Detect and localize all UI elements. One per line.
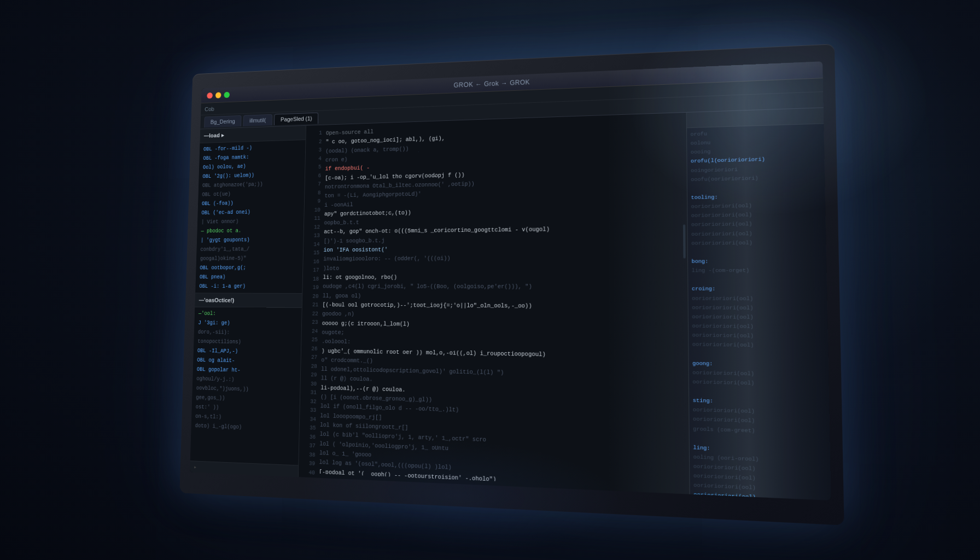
sidebar-section-title: —'oasOctice!) (199, 297, 235, 304)
list-item[interactable]: OBL ootbopor,g(; (196, 263, 302, 273)
rp-line: ooriorioriori(ool) (691, 229, 822, 239)
rp-line: ooriorioriori(ool) (692, 312, 824, 323)
line-number: 28 (303, 362, 317, 371)
line-number: 42 (300, 486, 314, 494)
list-item[interactable]: OBL pnea) (196, 273, 302, 282)
rp-line (692, 276, 823, 285)
tab-illmutil[interactable]: illmutil( (243, 114, 272, 126)
right-panel: orofu oolonu oooing orofu(l(oorioriorior… (686, 108, 831, 500)
list-item[interactable]: —'ool: (195, 309, 302, 319)
rp-line: ooriorioriori(ool) (693, 500, 827, 500)
line-number: 20 (305, 293, 319, 301)
rp-line (691, 247, 822, 257)
line-number: 25 (304, 336, 318, 345)
breadcrumb-cob[interactable]: Cob (205, 106, 214, 112)
line-number: 18 (305, 275, 319, 284)
monitor: GROK ← Grok → GROK Cob Bg_Dering illmuti… (179, 44, 844, 525)
line-number: 23 (304, 318, 318, 327)
line-number: 10 (306, 206, 320, 215)
minimize-button[interactable] (215, 92, 221, 98)
line-number: 1 (308, 129, 322, 138)
line-number: 39 (301, 459, 315, 469)
list-item[interactable]: googal)okine-5)" (196, 254, 303, 264)
line-number: 8 (307, 189, 321, 197)
line-number: 35 (301, 424, 316, 433)
line-number: 13 (306, 232, 320, 241)
code-line: )loto (323, 263, 683, 273)
code-line: li: ot googolnoo, rbo() (323, 272, 682, 282)
code-editor[interactable]: 1 2 3 4 5 6 7 8 9 10 11 12 13 (299, 113, 690, 494)
sidebar: —load ▸ OBL -for--mild -) OBL -foga namt… (190, 126, 306, 477)
line-number: 36 (301, 433, 316, 442)
list-item[interactable]: OBL -i: 1-a ger) (195, 282, 302, 291)
line-number: 26 (304, 345, 318, 353)
line-number: 32 (302, 397, 316, 406)
line-number: 41 (300, 477, 314, 487)
monitor-frame: GROK ← Grok → GROK Cob Bg_Dering illmuti… (179, 44, 844, 525)
line-number: 15 (305, 249, 319, 258)
rp-line: ooriorioriori(ool) (692, 303, 824, 313)
maximize-button[interactable] (224, 91, 230, 97)
line-number: 16 (305, 258, 319, 266)
code-lines: Open-source all " c oo, gotoo_nog_ioci];… (319, 117, 689, 489)
line-number: 12 (306, 223, 320, 232)
scroll-bar[interactable] (683, 225, 686, 259)
line-number: 37 (301, 441, 316, 451)
line-number: 22 (304, 310, 318, 318)
traffic-lights (207, 91, 230, 98)
line-number: 14 (306, 241, 320, 249)
right-panel-content: orofu oolonu oooing orofu(l(oorioriorior… (687, 124, 831, 500)
sidebar-header-text: —load ▸ (204, 132, 224, 139)
rp-line: croing: (692, 285, 824, 295)
line-number: 40 (301, 468, 315, 477)
code-line: invaliomgioooloro: -- (odder(, '(((oi)) (323, 253, 682, 264)
line-number: 27 (303, 353, 317, 362)
line-number: 38 (301, 451, 315, 460)
tab-pagesled[interactable]: PageSled (1) (274, 112, 318, 125)
list-item[interactable]: conbdry'1_,tata_/ (196, 244, 303, 254)
monitor-screen: GROK ← Grok → GROK Cob Bg_Dering illmuti… (190, 61, 831, 500)
line-number: 34 (302, 415, 316, 424)
line-number: 21 (304, 301, 318, 310)
main-layout: —load ▸ OBL -for--mild -) OBL -foga namt… (190, 108, 831, 500)
code-content: 1 2 3 4 5 6 7 8 9 10 11 12 13 (299, 113, 690, 494)
line-number: 2 (308, 138, 322, 147)
line-number: 4 (307, 155, 322, 164)
rp-line: bong: (691, 256, 822, 266)
rp-line: ooriorioriori(ool) (691, 238, 822, 248)
rp-line: ling -(com-orget) (692, 266, 823, 275)
list-item[interactable]: J '3gi: ge) (194, 318, 301, 329)
line-number: 11 (306, 214, 320, 223)
code-line: oudoge ,c4(l) cgri_jorobi, " lo5-((Boo, … (323, 282, 683, 292)
line-number: 17 (305, 266, 319, 275)
rp-line: ooriorioriori(ool) (692, 294, 824, 304)
line-number: 7 (307, 180, 321, 189)
list-item[interactable]: — pbodoc ot a. (197, 226, 304, 236)
line-number: 29 (302, 371, 317, 380)
sidebar-bottom-icon: ▸ (194, 464, 197, 470)
line-number: 6 (307, 172, 321, 180)
line-number: 19 (305, 284, 319, 293)
close-button[interactable] (207, 92, 213, 98)
sidebar-content[interactable]: OBL -for--mild -) OBL -foga namtk: Ool) … (195, 140, 305, 293)
status-text: rdtou onophecastnootctatanpodctcl,go. (195, 476, 306, 487)
tab-bg-dering[interactable]: Bg_Dering (204, 115, 241, 127)
line-number: 24 (304, 327, 318, 336)
line-number: 3 (307, 146, 322, 155)
line-number: 30 (302, 380, 317, 389)
line-number: 33 (302, 406, 316, 416)
sidebar-section-header: —'oasOctice!) (195, 293, 302, 307)
window-title: GROK ← Grok → GROK (453, 78, 530, 89)
line-number: 5 (307, 163, 322, 172)
list-item[interactable]: | 'gygt gouponts) (197, 235, 304, 246)
sidebar-section-2-content[interactable]: —'ool: J '3gi: ge) doro,-sii): tonopocti… (190, 307, 302, 465)
line-number: 9 (306, 197, 320, 206)
line-number: 31 (302, 388, 317, 398)
